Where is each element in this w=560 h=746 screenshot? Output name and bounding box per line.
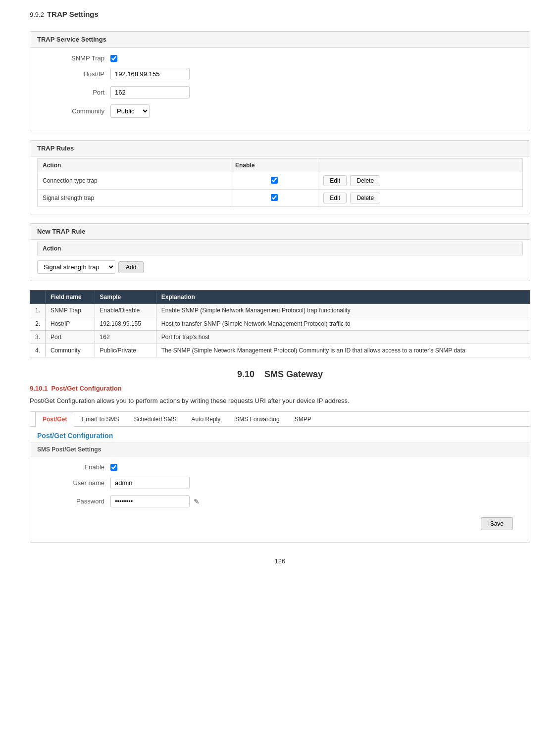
delete-signal-trap-button[interactable]: Delete — [350, 193, 380, 203]
enable-connection-trap — [230, 172, 318, 190]
port-label: Port — [40, 89, 104, 96]
info-col-sample: Sample — [95, 291, 156, 304]
port-input[interactable] — [110, 86, 190, 99]
action-buttons-connection: Edit Delete — [318, 172, 523, 190]
col-action: Action — [38, 159, 230, 172]
add-trap-rule-button[interactable]: Add — [118, 261, 144, 273]
table-row: Signal strength trap Edit Delete — [38, 190, 523, 207]
info-row-4-num: 4. — [30, 344, 46, 357]
password-label: Password — [40, 497, 104, 505]
sms-tabs-bar: Post/Get Email To SMS Scheduled SMS Auto… — [30, 412, 530, 427]
trap-service-header: TRAP Service Settings — [30, 32, 530, 48]
new-trap-type-select[interactable]: Signal strength trap Connection type tra… — [37, 260, 115, 274]
password-row: Password ✎ — [40, 495, 520, 507]
info-col-num — [30, 291, 46, 304]
trap-rules-table: Action Enable Connection type trap Edit … — [37, 158, 523, 207]
post-get-description: Post/Get Configuration allows you to per… — [30, 397, 530, 404]
snmp-trap-label: SNMP Trap — [40, 54, 104, 62]
trap-rules-header: TRAP Rules — [30, 141, 530, 156]
pg-config-title: Post/Get Configuration — [30, 427, 530, 443]
table-row: Connection type trap Edit Delete — [38, 172, 523, 190]
info-col-explanation: Explanation — [156, 291, 530, 304]
tab-post-get[interactable]: Post/Get — [35, 412, 74, 427]
host-ip-row: Host/IP — [40, 68, 520, 80]
page-number: 126 — [30, 557, 530, 565]
info-row-4: 4. Community Public/Private The SNMP (Si… — [30, 344, 530, 357]
info-row-2-sample: 192.168.99.155 — [95, 317, 156, 331]
sms-settings-body: Enable User name Password ✎ Save — [30, 456, 530, 542]
community-row: Community Public Private — [40, 104, 520, 118]
enable-row: Enable — [40, 463, 520, 471]
info-row-1-sample: Enable/Disable — [95, 304, 156, 317]
section-910-header: 9.10 SMS Gateway — [30, 369, 530, 380]
community-label: Community — [40, 107, 104, 115]
info-col-field: Field name — [46, 291, 95, 304]
info-row-4-explanation: The SNMP (Simple Network Management Prot… — [156, 344, 530, 357]
signal-trap-checkbox[interactable] — [271, 194, 278, 201]
info-table: Field name Sample Explanation 1. SNMP Tr… — [30, 290, 530, 357]
new-trap-rule-panel: New TRAP Rule Action Signal strength tra… — [30, 223, 530, 281]
edit-connection-trap-button[interactable]: Edit — [323, 175, 347, 186]
section-992-number: 9.9.2 — [30, 11, 44, 18]
sms-settings-label: SMS Post/Get Settings — [30, 443, 530, 456]
col-enable: Enable — [230, 159, 318, 172]
info-row-1-explanation: Enable SNMP (Simple Network Management P… — [156, 304, 530, 317]
new-trap-rule-header: New TRAP Rule — [30, 224, 530, 240]
connection-trap-checkbox[interactable] — [271, 177, 278, 184]
section-9101-header: 9.10.1 Post/Get Configuration — [30, 385, 530, 392]
action-signal-trap: Signal strength trap — [38, 190, 230, 207]
info-row-3-field: Port — [46, 331, 95, 344]
username-row: User name — [40, 477, 520, 489]
tab-scheduled-sms[interactable]: Scheduled SMS — [126, 412, 184, 427]
section-9101-label: 9.10.1 Post/Get Configuration — [30, 385, 122, 392]
action-connection-trap: Connection type trap — [38, 172, 230, 190]
host-ip-label: Host/IP — [40, 70, 104, 78]
tab-auto-reply[interactable]: Auto Reply — [184, 412, 228, 427]
sms-enable-checkbox[interactable] — [110, 464, 117, 471]
info-row-2-explanation: Host to transfer SNMP (Simple Network Ma… — [156, 317, 530, 331]
info-row-2-num: 2. — [30, 317, 46, 331]
info-row-4-sample: Public/Private — [95, 344, 156, 357]
info-row-3-sample: 162 — [95, 331, 156, 344]
info-row-1-num: 1. — [30, 304, 46, 317]
new-col-action: Action — [38, 242, 523, 255]
info-row-1: 1. SNMP Trap Enable/Disable Enable SNMP … — [30, 304, 530, 317]
enable-signal-trap — [230, 190, 318, 207]
info-row-1-field: SNMP Trap — [46, 304, 95, 317]
new-trap-rule-table: Action — [37, 242, 523, 255]
tab-smpp[interactable]: SMPP — [287, 412, 319, 427]
new-rule-row: Signal strength trap Connection type tra… — [37, 255, 523, 276]
password-input[interactable] — [110, 495, 190, 507]
action-buttons-signal: Edit Delete — [318, 190, 523, 207]
sms-panel: Post/Get Email To SMS Scheduled SMS Auto… — [30, 411, 530, 543]
section-992-header: 9.9.2 TRAP Settings — [30, 10, 530, 24]
col-buttons — [318, 159, 523, 172]
section-992-title: TRAP Settings — [47, 10, 99, 18]
tab-email-to-sms[interactable]: Email To SMS — [74, 412, 126, 427]
save-button[interactable]: Save — [481, 517, 513, 530]
info-row-4-field: Community — [46, 344, 95, 357]
snmp-trap-row: SNMP Trap — [40, 54, 520, 62]
enable-label: Enable — [40, 463, 104, 471]
trap-service-panel: TRAP Service Settings SNMP Trap Host/IP … — [30, 31, 530, 131]
username-label: User name — [40, 479, 104, 487]
edit-password-icon[interactable]: ✎ — [194, 497, 200, 505]
username-input[interactable] — [110, 477, 190, 489]
port-row: Port — [40, 86, 520, 99]
info-row-2-field: Host/IP — [46, 317, 95, 331]
section-910-title: 9.10 SMS Gateway — [237, 369, 323, 379]
delete-connection-trap-button[interactable]: Delete — [350, 175, 380, 186]
snmp-trap-checkbox[interactable] — [110, 55, 117, 62]
trap-rules-panel: TRAP Rules Action Enable Connection type… — [30, 140, 530, 214]
info-row-3-explanation: Port for trap's host — [156, 331, 530, 344]
community-select[interactable]: Public Private — [110, 104, 150, 118]
tab-sms-forwarding[interactable]: SMS Forwarding — [228, 412, 287, 427]
info-row-3-num: 3. — [30, 331, 46, 344]
info-row-2: 2. Host/IP 192.168.99.155 Host to transf… — [30, 317, 530, 331]
host-ip-input[interactable] — [110, 68, 190, 80]
info-row-3: 3. Port 162 Port for trap's host — [30, 331, 530, 344]
edit-signal-trap-button[interactable]: Edit — [323, 193, 347, 203]
